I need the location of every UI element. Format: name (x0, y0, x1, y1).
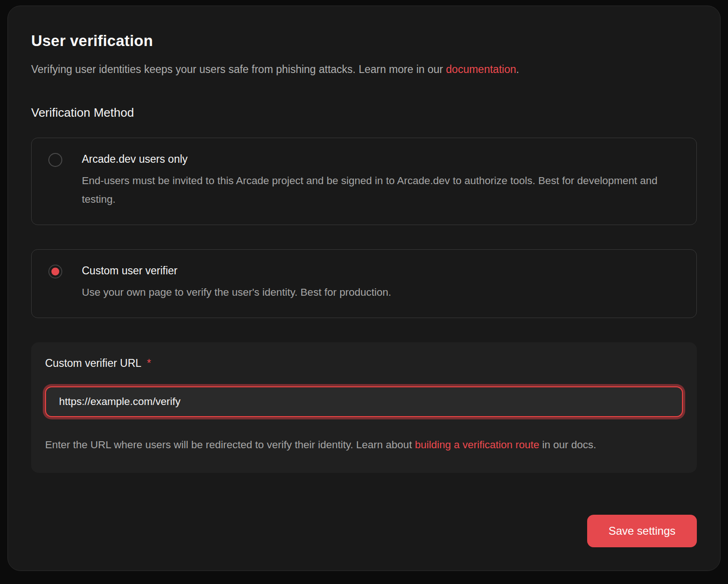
subtitle-text: Verifying user identities keeps your use… (31, 63, 446, 75)
required-asterisk: * (147, 357, 151, 370)
option-content: Arcade.dev users only End-users must be … (82, 152, 680, 209)
option-arcade-users-only[interactable]: Arcade.dev users only End-users must be … (31, 138, 697, 225)
save-settings-button[interactable]: Save settings (587, 515, 697, 547)
radio-arcade-users-only[interactable] (48, 153, 62, 167)
page-subtitle: Verifying user identities keeps your use… (31, 62, 697, 77)
footer-row: Save settings (587, 515, 697, 547)
radio-dot (52, 268, 60, 276)
page-title: User verification (31, 32, 697, 50)
documentation-link[interactable]: documentation (446, 63, 516, 75)
custom-verifier-url-label: Custom verifier URL (45, 357, 141, 370)
subtitle-period: . (516, 63, 519, 75)
custom-verifier-url-input[interactable] (45, 386, 683, 417)
helper-suffix: in our docs. (539, 439, 596, 451)
option-description: Use your own page to verify the user's i… (82, 283, 391, 302)
custom-verifier-url-panel: Custom verifier URL * Enter the URL wher… (31, 342, 697, 473)
verification-method-heading: Verification Method (31, 106, 697, 120)
helper-prefix: Enter the URL where users will be redire… (45, 439, 415, 451)
option-custom-user-verifier[interactable]: Custom user verifier Use your own page t… (31, 249, 697, 318)
field-label-row: Custom verifier URL * (45, 357, 683, 370)
option-label: Arcade.dev users only (82, 152, 680, 166)
radio-custom-user-verifier[interactable] (48, 265, 62, 279)
option-content: Custom user verifier Use your own page t… (82, 264, 391, 302)
helper-text: Enter the URL where users will be redire… (45, 436, 683, 454)
user-verification-card: User verification Verifying user identit… (7, 6, 721, 571)
option-label: Custom user verifier (82, 264, 391, 278)
building-verification-route-link[interactable]: building a verification route (415, 439, 539, 451)
option-description: End-users must be invited to this Arcade… (82, 172, 680, 209)
